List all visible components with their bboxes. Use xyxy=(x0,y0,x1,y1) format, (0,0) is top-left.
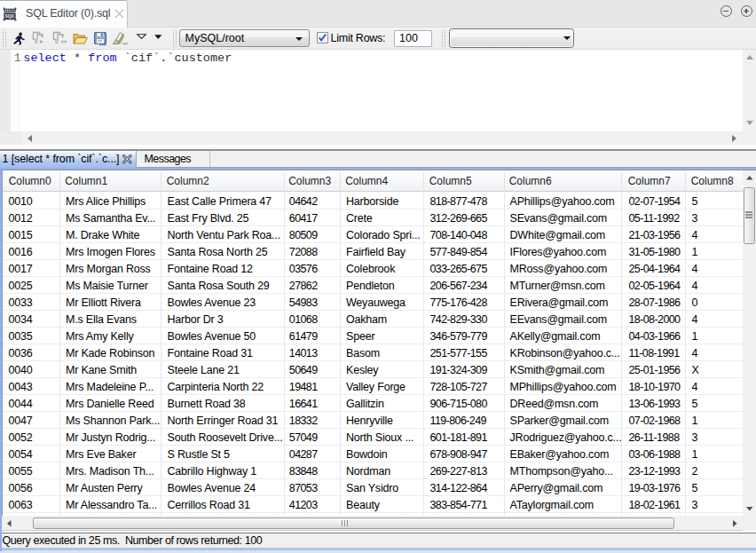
svg-text:SQL: SQL xyxy=(5,13,15,19)
